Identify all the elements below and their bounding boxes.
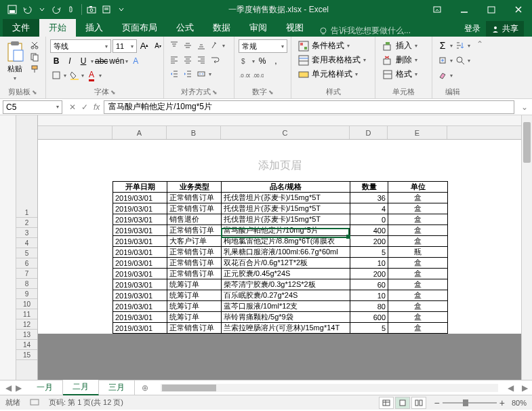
column-header[interactable]: A (112, 126, 167, 139)
row-header[interactable]: 9 (16, 289, 37, 299)
table-cell[interactable]: 盒 (388, 258, 448, 269)
horizontal-scrollbar[interactable] (161, 384, 498, 392)
align-right-icon[interactable] (195, 54, 207, 66)
table-cell[interactable]: 正常销售订单 (167, 225, 222, 236)
percent-format-icon[interactable]: % (256, 55, 268, 67)
scrollbar-thumb[interactable] (162, 385, 216, 391)
collapse-ribbon-icon[interactable]: ⌃ (476, 39, 483, 49)
conditional-format-button[interactable]: 条件格式▾ (295, 39, 352, 52)
table-cell[interactable]: 统筹订单 (167, 279, 222, 290)
tab-file[interactable]: 文件 (3, 19, 39, 37)
maximize-icon[interactable] (478, 0, 505, 19)
sheet-tab-2[interactable]: 二月 (63, 380, 99, 395)
table-cell[interactable]: 正常销售订单 (167, 247, 222, 258)
table-header[interactable]: 品名/规格 (222, 182, 350, 193)
font-color-button[interactable]: A (85, 69, 98, 81)
table-cell[interactable]: 统筹订单 (167, 301, 222, 312)
table-cell[interactable]: 200 (350, 269, 388, 279)
sheet-tab-1[interactable]: 一月 (27, 380, 63, 395)
table-cell[interactable]: 2019/03/01 (113, 203, 167, 214)
table-cell[interactable]: 盒 (388, 301, 448, 312)
zoom-out-button[interactable]: − (434, 397, 440, 408)
table-cell[interactable]: 盒 (388, 312, 448, 323)
share-button[interactable]: 共享 (486, 21, 524, 37)
minimize-icon[interactable] (451, 0, 478, 19)
table-cell[interactable]: 乳果糖口服溶液/100ml:66.7g*60ml (222, 247, 350, 258)
table-cell[interactable]: 双花百合片/0.6g*12T*2板 (222, 258, 350, 269)
orientation-icon[interactable] (209, 39, 221, 52)
sheet-tab-3[interactable]: 三月 (99, 380, 135, 395)
table-cell[interactable]: 统筹订单 (167, 312, 222, 323)
decrease-decimal-icon[interactable]: .00.0 (252, 69, 264, 81)
column-header[interactable]: C (221, 126, 350, 139)
row-header[interactable]: 14 (16, 340, 37, 350)
grow-font-icon[interactable]: A▴ (138, 39, 150, 52)
table-cell[interactable]: 60 (350, 279, 388, 290)
status-ime-icon[interactable] (30, 397, 39, 408)
table-cell[interactable]: 2019/03/01 (113, 301, 167, 312)
column-header[interactable]: B (167, 126, 221, 139)
dialog-launcher-icon[interactable]: ⬊ (268, 89, 274, 96)
vertical-scrollbar[interactable] (521, 115, 532, 380)
table-cell[interactable]: 盒 (388, 236, 448, 247)
table-cell[interactable]: 销售退价 (167, 214, 222, 225)
next-sheet-icon[interactable]: ▶ (16, 383, 22, 393)
hsb-right-icon[interactable]: ▶ (518, 383, 532, 393)
tab-formulas[interactable]: 公式 (167, 19, 203, 37)
table-cell[interactable]: 盒 (388, 290, 448, 301)
table-cell[interactable]: 400 (350, 225, 388, 236)
enter-formula-icon[interactable]: ✓ (81, 102, 88, 112)
table-cell[interactable]: 2019/03/01 (113, 247, 167, 258)
column-header[interactable]: D (350, 126, 388, 139)
add-sheet-icon[interactable]: ⊕ (135, 383, 155, 393)
expand-formula-icon[interactable]: ⌄ (517, 102, 532, 112)
increase-indent-icon[interactable] (182, 68, 194, 80)
row-header[interactable]: 13 (16, 330, 37, 340)
zoom-thumb[interactable] (463, 399, 468, 406)
table-cell[interactable]: 枸地氯雷他定片/8.8mg*6T(薄膜衣 (222, 236, 350, 247)
row-header[interactable]: 3 (16, 228, 37, 238)
table-cell[interactable]: 盒 (388, 193, 448, 203)
fill-color-button[interactable] (68, 69, 80, 81)
tab-review[interactable]: 审阅 (240, 19, 277, 37)
touch-icon[interactable] (65, 3, 79, 16)
tab-insert[interactable]: 插入 (76, 19, 112, 37)
tellme-search[interactable]: 告诉我您想要做什么... (313, 25, 459, 37)
table-cell[interactable]: 5 (350, 323, 388, 334)
shrink-font-icon[interactable]: A▾ (152, 39, 164, 52)
table-cell[interactable]: 2019/03/01 (113, 269, 167, 279)
tab-data[interactable]: 数据 (203, 19, 240, 37)
page-header-placeholder[interactable]: 添加页眉 (38, 159, 521, 181)
table-cell[interactable]: 托伐普坦片(苏麦卡)/15mg*5T (222, 214, 350, 225)
autosum-icon[interactable]: Σ (436, 39, 449, 52)
row-header[interactable]: 15 (16, 350, 37, 360)
insert-function-icon[interactable]: fx (94, 102, 100, 112)
font-name-select[interactable]: 等线▾ (50, 39, 111, 53)
scrollbar-thumb[interactable] (523, 122, 531, 163)
align-left-icon[interactable] (168, 54, 180, 66)
table-cell[interactable]: 盒 (388, 225, 448, 236)
cut-icon[interactable] (28, 39, 41, 50)
table-cell[interactable]: 盒 (388, 323, 448, 334)
table-cell[interactable]: 4 (350, 203, 388, 214)
italic-button[interactable]: I (64, 55, 76, 67)
close-icon[interactable] (505, 0, 532, 19)
increase-decimal-icon[interactable]: .0.00 (239, 69, 251, 81)
table-cell[interactable]: 大客户订单 (167, 236, 222, 247)
underline-button[interactable]: U (77, 55, 89, 67)
table-cell[interactable]: 2019/03/01 (113, 193, 167, 203)
table-cell[interactable]: 2019/03/01 (113, 214, 167, 225)
normal-view-icon[interactable] (379, 397, 394, 409)
undo-icon[interactable] (20, 3, 34, 16)
table-cell[interactable]: 托伐普坦片(苏麦卡)/15mg*5T (222, 203, 350, 214)
comma-format-icon[interactable]: , (270, 55, 282, 67)
zoom-slider[interactable] (443, 402, 497, 404)
table-cell[interactable]: 正常销售订单 (167, 258, 222, 269)
align-bottom-icon[interactable] (195, 39, 207, 52)
table-cell[interactable]: 10 (350, 290, 388, 301)
zoom-in-button[interactable]: + (499, 397, 505, 408)
table-cell[interactable]: 正常销售订单 (167, 269, 222, 279)
table-cell[interactable]: 2019/03/01 (113, 290, 167, 301)
fill-icon[interactable] (436, 54, 449, 66)
table-cell[interactable]: 正元胶囊/0.45g*24S (222, 269, 350, 279)
